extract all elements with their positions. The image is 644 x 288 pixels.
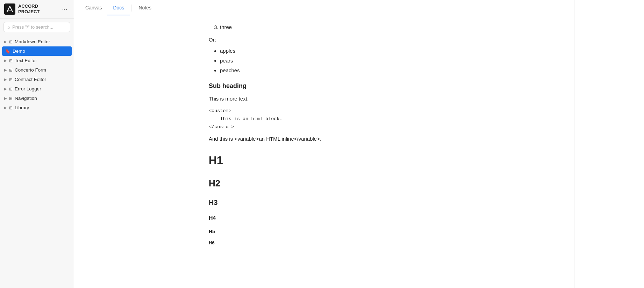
heading-h1: H1	[209, 152, 439, 169]
heading-h5: H5	[209, 228, 439, 235]
tab-bar: Canvas Docs Notes	[74, 0, 574, 16]
sidebar-item-navigation[interactable]: ▶ ⊞ Navigation	[0, 94, 74, 103]
sidebar-item-label: Demo	[13, 49, 25, 54]
more-options-button[interactable]: ···	[60, 4, 70, 14]
grid-icon: ⊞	[9, 105, 13, 110]
heading-h6: H6	[209, 239, 439, 247]
sidebar-item-demo[interactable]: 🔖 Demo	[2, 46, 72, 56]
code-block: <custom> This is an html block. </custom…	[209, 107, 439, 131]
list-item: pears	[220, 57, 439, 65]
expand-icon: ▶	[4, 77, 7, 81]
grid-icon: ⊞	[9, 58, 13, 63]
ordered-list: three	[220, 23, 439, 31]
tab-divider	[131, 5, 131, 12]
search-icon: ⌕	[7, 24, 10, 30]
expand-icon: ▶	[4, 68, 7, 72]
sidebar-item-label: Navigation	[15, 96, 37, 101]
svg-rect-0	[4, 3, 15, 15]
logo-text: ACCORD PROJECT	[18, 3, 40, 14]
expand-icon: ▶	[4, 106, 7, 110]
inline-html-paragraph: And this is <variable>an HTML inline</va…	[209, 135, 439, 143]
sub-heading: Sub heading	[209, 81, 439, 91]
grid-icon: ⊞	[9, 39, 13, 44]
heading-h4: H4	[209, 214, 439, 223]
bullet-list: apples pears peaches	[220, 47, 439, 75]
sidebar-item-text-editor[interactable]: ▶ ⊞ Text Editor	[0, 56, 74, 65]
logo-area: ACCORD PROJECT	[4, 3, 40, 15]
heading-h3: H3	[209, 197, 439, 208]
or-text: Or:	[209, 36, 439, 44]
expand-icon: ▶	[4, 59, 7, 62]
heading-h2: H2	[209, 176, 439, 191]
sidebar-item-label: Markdown Editor	[15, 39, 50, 44]
expand-icon: ▶	[4, 40, 7, 44]
sidebar-item-label: Text Editor	[15, 58, 37, 63]
nav-list: ▶ ⊞ Markdown Editor 🔖 Demo ▶ ⊞ Text Edit…	[0, 36, 74, 288]
list-item: peaches	[220, 66, 439, 75]
sidebar-header: ACCORD PROJECT ···	[0, 0, 74, 19]
bookmark-icon: 🔖	[5, 49, 10, 54]
sidebar: ACCORD PROJECT ··· ⌕ Press "/" to search…	[0, 0, 74, 288]
sidebar-item-library[interactable]: ▶ ⊞ Library	[0, 103, 74, 112]
grid-icon: ⊞	[9, 96, 13, 101]
right-panel	[574, 0, 644, 288]
sidebar-item-label: Error Logger	[15, 86, 41, 91]
tab-canvas[interactable]: Canvas	[80, 1, 107, 15]
tab-docs[interactable]: Docs	[107, 1, 130, 15]
sidebar-item-concerto-form[interactable]: ▶ ⊞ Concerto Form	[0, 65, 74, 75]
tab-notes[interactable]: Notes	[133, 1, 157, 15]
sidebar-item-label: Contract Editor	[15, 77, 46, 82]
list-item: three	[220, 23, 439, 31]
doc-content: three Or: apples pears peaches Sub headi…	[195, 16, 453, 288]
sidebar-item-markdown-editor[interactable]: ▶ ⊞ Markdown Editor	[0, 37, 74, 46]
grid-icon: ⊞	[9, 68, 13, 73]
sidebar-item-label: Library	[15, 105, 29, 110]
doc-area[interactable]: three Or: apples pears peaches Sub headi…	[74, 16, 574, 288]
expand-icon: ▶	[4, 96, 7, 100]
sidebar-item-contract-editor[interactable]: ▶ ⊞ Contract Editor	[0, 75, 74, 84]
accord-logo-icon	[4, 3, 15, 15]
search-box[interactable]: ⌕ Press "/" to search...	[3, 22, 70, 32]
paragraph-1: This is more text.	[209, 95, 439, 103]
grid-icon: ⊞	[9, 77, 13, 82]
search-placeholder-text: Press "/" to search...	[12, 24, 53, 30]
sidebar-item-error-logger[interactable]: ▶ ⊞ Error Logger	[0, 84, 74, 94]
expand-icon: ▶	[4, 87, 7, 91]
grid-icon: ⊞	[9, 87, 13, 91]
list-item: apples	[220, 47, 439, 55]
main-content: Canvas Docs Notes three Or: apples pears…	[74, 0, 574, 288]
sidebar-item-label: Concerto Form	[15, 67, 46, 73]
